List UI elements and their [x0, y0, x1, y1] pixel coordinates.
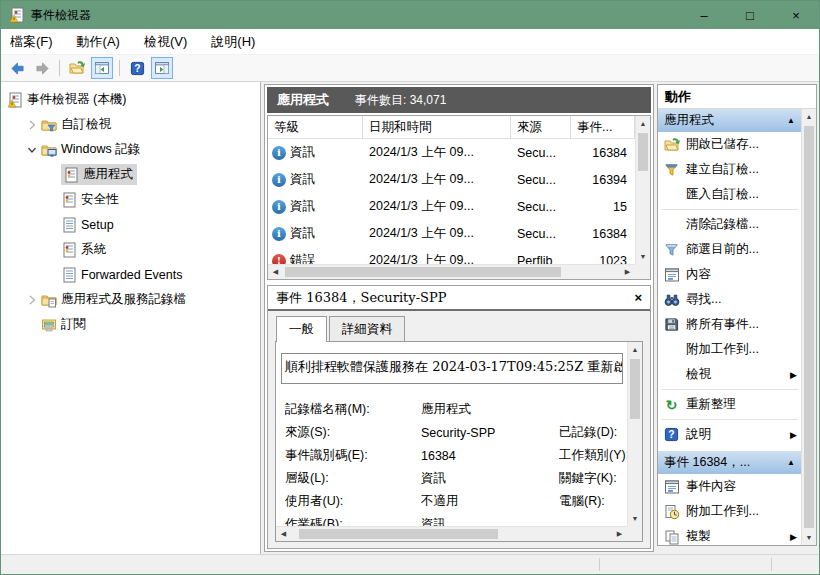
- events-horizontal-scrollbar[interactable]: ◀ ▶: [268, 264, 635, 279]
- event-row[interactable]: !錯誤 2024/1/3 上午 09... Perflib 1023: [268, 247, 635, 264]
- field-label: 已記錄(D):: [559, 424, 627, 441]
- column-header-level[interactable]: 等級: [268, 116, 363, 138]
- action-event-properties[interactable]: 事件內容: [658, 474, 801, 499]
- folder-monitor-icon: [41, 142, 57, 158]
- field-value: 應用程式: [421, 401, 559, 418]
- collapse-caret-icon[interactable]: ▲: [787, 458, 795, 467]
- event-viewer-icon: [7, 92, 23, 108]
- selected-tree-item: 應用程式: [61, 164, 137, 185]
- close-icon[interactable]: ×: [634, 290, 642, 305]
- actions-separator: [661, 389, 798, 390]
- field-label: 作業碼(B):: [285, 516, 421, 526]
- toolbar-separator: [59, 60, 60, 76]
- scroll-down-icon[interactable]: ▼: [636, 249, 650, 264]
- action-properties[interactable]: 內容: [658, 262, 801, 287]
- menu-file[interactable]: 檔案(F): [10, 33, 53, 51]
- scroll-left-icon[interactable]: ◀: [276, 527, 291, 541]
- action-view-submenu[interactable]: 檢視 ▶: [658, 362, 801, 387]
- log-title: 應用程式: [277, 91, 329, 109]
- detail-tabs: 一般 詳細資料: [268, 311, 650, 341]
- status-divider: [771, 558, 772, 571]
- column-header-datetime[interactable]: 日期和時間: [363, 116, 511, 138]
- scroll-down-icon[interactable]: ▼: [802, 530, 816, 545]
- scroll-left-icon[interactable]: ◀: [268, 265, 283, 279]
- chevron-right-icon[interactable]: [25, 293, 39, 307]
- log-icon: [61, 217, 77, 233]
- tree-item-application[interactable]: 應用程式: [1, 162, 260, 187]
- tree-item-event-viewer-root[interactable]: 事件檢視器 (本機): [1, 87, 260, 112]
- chevron-right-icon[interactable]: [25, 118, 39, 132]
- column-header-source[interactable]: 來源: [511, 116, 571, 138]
- window-title: 事件檢視器: [31, 7, 91, 24]
- tree-item-security[interactable]: 安全性: [1, 187, 260, 212]
- menu-view[interactable]: 檢視(V): [144, 33, 187, 51]
- event-description: 順利排程軟體保護服務在 2024-03-17T09:45:25Z 重新啟動。原因: [281, 353, 623, 384]
- tree-item-setup[interactable]: Setup: [1, 212, 260, 237]
- action-import-custom-view[interactable]: 匯入自訂檢...: [658, 182, 801, 207]
- tab-details[interactable]: 詳細資料: [329, 316, 405, 341]
- action-clear-log[interactable]: 清除記錄檔...: [658, 212, 801, 237]
- collapse-caret-icon[interactable]: ▲: [787, 116, 795, 125]
- close-button[interactable]: ×: [773, 1, 819, 29]
- action-save-all-events[interactable]: 將所有事件...: [658, 312, 801, 337]
- info-icon: i: [272, 200, 286, 214]
- tree-item-forwarded-events[interactable]: Forwarded Events: [1, 262, 260, 287]
- field-value: Security-SPP: [421, 426, 559, 440]
- actions-scrollbar[interactable]: ▲ ▼: [801, 109, 816, 545]
- help-button[interactable]: [126, 57, 148, 79]
- minimize-button[interactable]: –: [681, 1, 727, 29]
- detail-pane-header: 事件 16384，Security-SPP ×: [268, 286, 650, 311]
- help-icon: [130, 61, 145, 76]
- open-saved-log-button[interactable]: [66, 57, 88, 79]
- action-attach-task-to-log[interactable]: 附加工作到...: [658, 337, 801, 362]
- scroll-up-icon[interactable]: ▲: [628, 342, 642, 357]
- event-row[interactable]: i資訊 2024/1/3 上午 09... Secu... 16394: [268, 166, 635, 193]
- event-row[interactable]: i資訊 2024/1/3 上午 09... Secu... 16384: [268, 220, 635, 247]
- action-copy-submenu[interactable]: 複製 ▶: [658, 524, 801, 545]
- scroll-right-icon[interactable]: ▶: [612, 527, 627, 541]
- actions-section-event[interactable]: 事件 16384，... ▲: [658, 451, 801, 474]
- scroll-up-icon[interactable]: ▲: [802, 109, 816, 124]
- action-find[interactable]: 尋找...: [658, 287, 801, 312]
- tree-item-app-services-logs[interactable]: 應用程式及服務記錄檔: [1, 287, 260, 312]
- action-filter-current-log[interactable]: 篩選目前的...: [658, 237, 801, 262]
- info-icon: i: [272, 146, 286, 160]
- title-bar: 事件檢視器 – □ ×: [1, 1, 819, 29]
- detail-horizontal-scrollbar[interactable]: ◀ ▶: [276, 526, 627, 541]
- action-refresh[interactable]: ↻ 重新整理: [658, 392, 801, 417]
- tree-item-custom-views[interactable]: 自訂檢視: [1, 112, 260, 137]
- action-open-saved-log[interactable]: 開啟已儲存...: [658, 132, 801, 157]
- maximize-button[interactable]: □: [727, 1, 773, 29]
- tree-item-subscriptions[interactable]: 訂閱: [1, 312, 260, 337]
- chevron-down-icon[interactable]: [25, 143, 39, 157]
- event-row[interactable]: i資訊 2024/1/3 上午 09... Secu... 16384: [268, 139, 635, 166]
- properties-icon: [664, 267, 680, 283]
- forward-arrow-icon: [35, 61, 50, 76]
- back-button[interactable]: [6, 57, 28, 79]
- actions-section-application[interactable]: 應用程式 ▲: [658, 109, 801, 132]
- tab-general[interactable]: 一般: [276, 316, 327, 342]
- scroll-up-icon[interactable]: ▲: [636, 116, 650, 131]
- events-panel-header: 應用程式 事件數目: 34,071: [267, 87, 651, 113]
- menu-help[interactable]: 說明(H): [211, 33, 255, 51]
- tree-item-system[interactable]: 系統: [1, 237, 260, 262]
- table-header-row: 等級 日期和時間 來源 事件...: [268, 116, 635, 139]
- submenu-arrow-icon: ▶: [790, 532, 797, 542]
- column-header-event-id[interactable]: 事件...: [571, 116, 635, 138]
- event-row[interactable]: i資訊 2024/1/3 上午 09... Secu... 15: [268, 193, 635, 220]
- event-detail-pane: 事件 16384，Security-SPP × 一般 詳細資料 順利排程軟體保護…: [267, 285, 651, 549]
- detail-vertical-scrollbar[interactable]: ▲ ▼: [627, 342, 642, 526]
- action-help-submenu[interactable]: 說明 ▶: [658, 422, 801, 447]
- action-create-custom-view[interactable]: 建立自訂檢...: [658, 157, 801, 182]
- scroll-down-icon[interactable]: ▼: [628, 511, 642, 526]
- menu-action[interactable]: 動作(A): [77, 33, 120, 51]
- console-tree-icon: [94, 60, 110, 76]
- console-tree-toggle-button[interactable]: [91, 57, 113, 79]
- events-vertical-scrollbar[interactable]: ▲ ▼: [635, 116, 650, 264]
- forward-button[interactable]: [31, 57, 53, 79]
- action-pane-toggle-button[interactable]: [151, 57, 173, 79]
- tree-item-windows-logs[interactable]: Windows 記錄: [1, 137, 260, 162]
- action-attach-task-to-event[interactable]: 附加工作到...: [658, 499, 801, 524]
- scroll-right-icon[interactable]: ▶: [620, 265, 635, 279]
- actions-title: 動作: [658, 85, 816, 109]
